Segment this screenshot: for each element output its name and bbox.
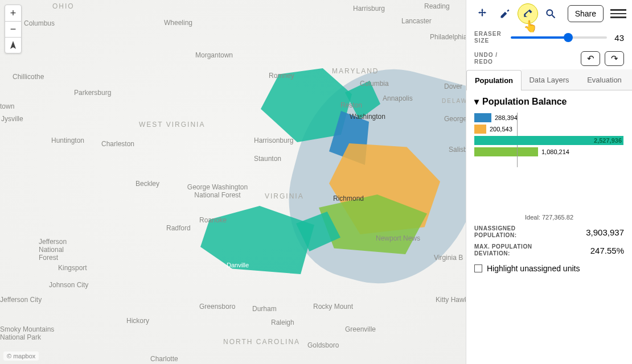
- label-town: town: [0, 102, 14, 110]
- label-columbia: Columbia: [360, 80, 389, 88]
- label-chillicothe: Chillicothe: [13, 73, 44, 81]
- menu-icon[interactable]: [610, 6, 626, 22]
- label-kittyhawk: Kitty Hawk: [436, 296, 468, 304]
- caret-down-icon[interactable]: ▾: [474, 96, 479, 107]
- toolbar: Share: [466, 0, 632, 27]
- bar: [474, 113, 491, 122]
- label-greenville: Greenville: [345, 325, 376, 333]
- label-dover: Dover: [444, 82, 462, 90]
- label-lancaster: Lancaster: [401, 17, 432, 25]
- tab-data-layers[interactable]: Data Layers: [522, 69, 577, 90]
- eraser-size-label: ERASER SIZE: [474, 31, 506, 44]
- label-harrisonburg: Harrisonburg: [254, 136, 293, 144]
- unassigned-label: UNASSIGNED POPULATION:: [474, 225, 554, 239]
- tab-evaluation[interactable]: Evaluation: [577, 69, 632, 90]
- tab-population[interactable]: Population: [466, 70, 522, 90]
- svg-marker-0: [10, 41, 16, 49]
- nav-control: + −: [5, 5, 22, 53]
- undo-button[interactable]: ↶: [581, 51, 600, 66]
- highlight-checkbox[interactable]: [474, 264, 482, 272]
- unassigned-value: 3,903,937: [586, 228, 624, 237]
- bar-row: 1,080,214: [474, 147, 624, 157]
- map-canvas[interactable]: OHIO Columbus Wheeling Harrisburg Readin…: [0, 0, 466, 364]
- label-jeffersoncity: Jefferson City: [0, 296, 42, 304]
- label-charleston: Charleston: [101, 140, 134, 148]
- label-romney: Romney: [269, 72, 294, 80]
- label-harrisburg: Harrisburg: [353, 5, 385, 13]
- zoom-in-button[interactable]: +: [5, 5, 21, 21]
- eraser-size-value: 43: [612, 33, 624, 43]
- label-salisbury: Salisb: [449, 146, 467, 154]
- bar-label: 200,543: [490, 126, 512, 133]
- label-parkersburg: Parkersburg: [74, 89, 111, 97]
- inspect-tool[interactable]: [540, 3, 561, 24]
- label-durham: Durham: [252, 305, 277, 313]
- label-richmond: Richmond: [333, 195, 364, 202]
- eraser-tool[interactable]: [518, 3, 538, 24]
- label-reston: Reston: [340, 101, 362, 109]
- panel-title-row: ▾ Population Balance: [474, 96, 624, 107]
- label-virginiab: Virginia B: [434, 254, 463, 262]
- label-maryland: MARYLAND: [332, 67, 379, 75]
- panel-title: Population Balance: [482, 97, 567, 107]
- ideal-label: Ideal: 727,365.82: [474, 214, 624, 221]
- label-beckley: Beckley: [136, 180, 159, 188]
- label-danville: Danville: [227, 262, 249, 268]
- label-ohio: OHIO: [52, 2, 75, 10]
- bar: [474, 125, 486, 134]
- deviation-label: MAX. POPULATION DEVIATION:: [474, 243, 554, 257]
- bar-label: 2,527,936: [594, 137, 622, 144]
- pan-tool[interactable]: [472, 3, 493, 24]
- label-washington: Washington: [350, 113, 385, 121]
- label-newportnews: Newport News: [376, 234, 420, 242]
- bar-label: 1,080,214: [541, 148, 569, 155]
- highlight-checkbox-row[interactable]: Highlight unassigned units: [474, 264, 624, 273]
- undo-redo-section: UNDO / REDO ↶ ↷: [466, 48, 632, 69]
- bar-row: 200,543: [474, 124, 624, 134]
- sidebar: Share 👆 ERASER SIZE 43 UNDO / REDO ↶ ↷ P…: [466, 0, 632, 364]
- eraser-size-section: ERASER SIZE 43: [466, 27, 632, 48]
- label-rockymount: Rocky Mount: [313, 303, 353, 311]
- compass-button[interactable]: [5, 37, 21, 53]
- bar-label: 288,394: [495, 114, 518, 121]
- label-wheeling: Wheeling: [164, 19, 192, 27]
- label-johnsoncity: Johnson City: [49, 281, 88, 289]
- svg-point-1: [547, 10, 552, 15]
- undo-redo-label: UNDO / REDO: [474, 52, 506, 65]
- zoom-out-button[interactable]: −: [5, 21, 21, 37]
- eraser-size-slider[interactable]: [511, 36, 607, 39]
- svg-line-2: [552, 15, 555, 18]
- label-goldsboro: Goldsboro: [307, 341, 339, 349]
- brush-tool[interactable]: [495, 3, 515, 24]
- bar-row: 288,394: [474, 113, 624, 123]
- label-staunton: Staunton: [254, 155, 281, 163]
- label-huntington: Huntington: [51, 136, 84, 144]
- label-raleigh: Raleigh: [271, 318, 294, 326]
- label-annapolis: Annapolis: [383, 94, 413, 102]
- label-smoky: Smoky Mountains National Park: [0, 325, 63, 341]
- label-charlotte: Charlotte: [150, 355, 178, 363]
- label-roanoke: Roanoke: [199, 216, 227, 224]
- population-bars: 288,394200,5432,527,9361,080,214: [474, 113, 624, 157]
- label-virginia: VIRGINIA: [265, 192, 304, 200]
- map-attribution: © mapbox: [3, 351, 39, 361]
- label-philadelphia: Philadelphia: [430, 33, 467, 41]
- highlight-label: Highlight unassigned units: [487, 264, 580, 273]
- label-nc: NORTH CAROLINA: [223, 338, 300, 346]
- bar-row: 2,527,936: [474, 135, 624, 146]
- tabs: Population Data Layers Evaluation: [466, 69, 632, 90]
- label-kingsport: Kingsport: [58, 264, 87, 272]
- share-button[interactable]: Share: [568, 5, 604, 22]
- population-panel: ▾ Population Balance 288,394200,5432,527…: [466, 90, 632, 279]
- label-reading: Reading: [424, 2, 450, 10]
- label-greensboro: Greensboro: [199, 303, 235, 311]
- label-radford: Radford: [166, 224, 191, 232]
- label-jeffersonnf: Jefferson National Forest: [39, 238, 84, 262]
- label-gwf: George Washington National Forest: [183, 183, 252, 199]
- label-columbus: Columbus: [24, 19, 55, 27]
- bar: [474, 147, 538, 156]
- label-lysville: Jysville: [1, 115, 23, 123]
- slider-thumb[interactable]: [564, 33, 573, 42]
- deviation-value: 247.55%: [590, 246, 624, 255]
- redo-button[interactable]: ↷: [605, 51, 624, 66]
